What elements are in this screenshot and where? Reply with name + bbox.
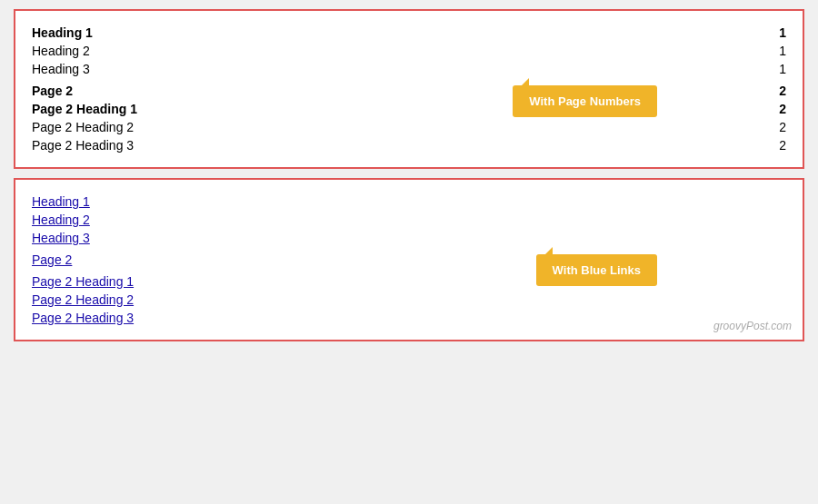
table-row: Page 2 Heading 22: [32, 118, 786, 136]
toc-link[interactable]: Page 2 Heading 2: [32, 292, 134, 307]
toc-box-blue-links: With Blue Links Heading 1Heading 2Headin…: [14, 178, 804, 341]
toc-link[interactable]: Heading 2: [32, 212, 90, 227]
tooltip-page-numbers: With Page Numbers: [513, 85, 657, 117]
table-row: Page 2 Heading 12: [32, 100, 786, 118]
toc-box-page-numbers: With Page Numbers Heading 11Heading 21He…: [14, 9, 804, 169]
table-row: Heading 11: [32, 24, 786, 42]
toc-table-links: Heading 1Heading 2Heading 3Page 2Page 2 …: [32, 193, 786, 327]
table-row: Page 2 Heading 3: [32, 309, 786, 327]
toc-link[interactable]: Page 2 Heading 3: [32, 311, 134, 325]
tooltip-label: With Page Numbers: [529, 94, 641, 108]
table-row: Page 22: [32, 78, 786, 100]
table-row: Page 2 Heading 32: [32, 136, 786, 154]
toc-link[interactable]: Page 2: [32, 252, 72, 267]
table-row: Heading 31: [32, 60, 786, 78]
toc-link[interactable]: Heading 1: [32, 194, 90, 209]
watermark: groovyPost.com: [713, 320, 792, 332]
table-row: Heading 3: [32, 229, 786, 247]
table-row: Page 2: [32, 247, 786, 269]
toc-table-numbers: Heading 11Heading 21Heading 31Page 22Pag…: [32, 24, 786, 154]
toc-link[interactable]: Heading 3: [32, 231, 90, 245]
table-row: Heading 2: [32, 211, 786, 229]
toc-link[interactable]: Page 2 Heading 1: [32, 274, 134, 289]
tooltip-blue-links: With Blue Links: [536, 254, 657, 286]
tooltip-label-2: With Blue Links: [553, 263, 641, 277]
table-row: Heading 21: [32, 42, 786, 60]
table-row: Page 2 Heading 2: [32, 291, 786, 309]
table-row: Page 2 Heading 1: [32, 269, 786, 291]
table-row: Heading 1: [32, 193, 786, 211]
